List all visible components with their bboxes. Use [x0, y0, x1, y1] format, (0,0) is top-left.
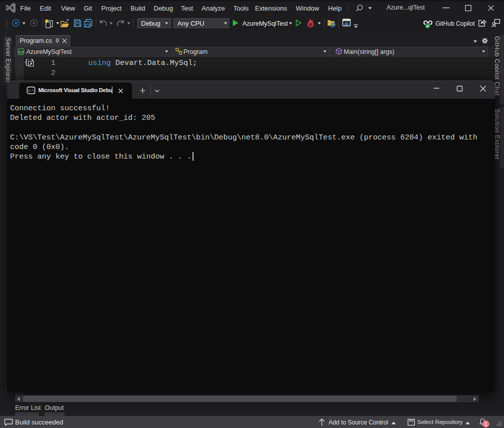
- svg-text:C#: C#: [18, 50, 24, 54]
- svg-text:c:\: c:\: [28, 89, 34, 93]
